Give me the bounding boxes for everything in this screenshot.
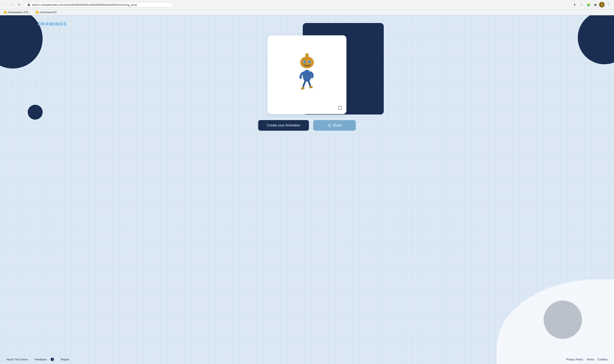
terms-link[interactable]: Terms [587,358,594,361]
footer-left: About This Demo Feedback i Report [6,358,69,361]
svg-point-13 [309,88,311,89]
fullscreen-icon [338,105,342,110]
svg-line-19 [329,124,330,125]
share-icon [327,123,331,127]
bookmark-aumentame-label: Aumentame'22 [40,11,56,14]
create-animation-button[interactable]: Create your Animation [258,120,309,131]
about-demo-link[interactable]: About This Demo [6,358,28,361]
lock-icon [28,3,30,6]
forward-button[interactable]: → [9,2,15,8]
feedback-info-icon[interactable]: i [51,358,54,361]
privacy-policy-link[interactable]: Privacy Policy [566,358,583,361]
reload-button[interactable]: ↻ [16,2,22,8]
svg-point-14 [311,87,312,88]
address-bar[interactable]: sketch.metademolab.com/share/f649004845b… [24,2,173,7]
folder-icon-ambaixadora [4,11,7,14]
bookmark-ambaixadora[interactable]: Ambaixadora STE... [2,11,32,14]
split-screen-button[interactable]: ▣ [592,2,598,8]
url-text: sketch.metademolab.com/share/f649004845b… [32,3,169,6]
main-content: Create your Animation Share [0,31,614,131]
svg-point-7 [303,70,311,82]
fullscreen-button[interactable] [337,104,343,111]
logo-drawings-text: DRAWINGS [38,21,67,27]
bookmarks-bar: Ambaixadora STE... Aumentame'22 [0,10,614,15]
folder-icon-aumentame [36,11,39,14]
logo: ANIMATED DRAWINGS [9,21,605,27]
report-link[interactable]: Report [61,358,69,361]
bookmark-aumentame[interactable]: Aumentame'22 [34,11,58,14]
footer: About This Demo Feedback i Report Privac… [0,354,614,364]
svg-rect-0 [28,4,30,6]
viewer-card [267,35,347,114]
browser-chrome: ← → ↻ sketch.metademolab.com/share/f6490… [0,0,614,10]
header: ANIMATED DRAWINGS [0,15,614,31]
logo-animated-text: ANIMATED [9,21,36,27]
bookmark-button[interactable]: ☆ [579,2,585,8]
footer-right: Privacy Policy Terms Cookies [566,358,608,361]
svg-point-17 [330,126,331,127]
bookmark-ambaixadora-label: Ambaixadora STE... [8,11,30,14]
buttons-row: Create your Animation Share [258,120,356,131]
browser-nav: ← → ↻ [2,2,22,8]
character-svg [294,51,320,94]
svg-point-11 [302,89,303,90]
svg-point-18 [328,125,329,126]
menu-button[interactable]: ⋮ [605,2,612,8]
svg-point-12 [304,88,305,89]
cookies-link[interactable]: Cookies [598,358,608,361]
page: ANIMATED DRAWINGS [0,15,614,364]
profile-avatar[interactable]: A [599,2,605,7]
browser-actions: ⬇ ☆ 🧩 ▣ A ⋮ [572,2,612,8]
svg-point-10 [301,88,302,89]
svg-point-16 [330,124,331,125]
share-label: Share [333,123,342,127]
feedback-link[interactable]: Feedback [35,358,47,361]
svg-point-5 [304,61,305,63]
svg-line-20 [329,126,330,126]
share-button[interactable]: Share [313,120,356,131]
download-button[interactable]: ⬇ [572,2,578,8]
extensions-button[interactable]: 🧩 [586,2,591,8]
back-button[interactable]: ← [2,2,9,8]
svg-point-15 [312,86,313,87]
decor-white-wave [497,279,614,364]
character-drawing [294,51,320,94]
svg-point-6 [309,61,310,63]
